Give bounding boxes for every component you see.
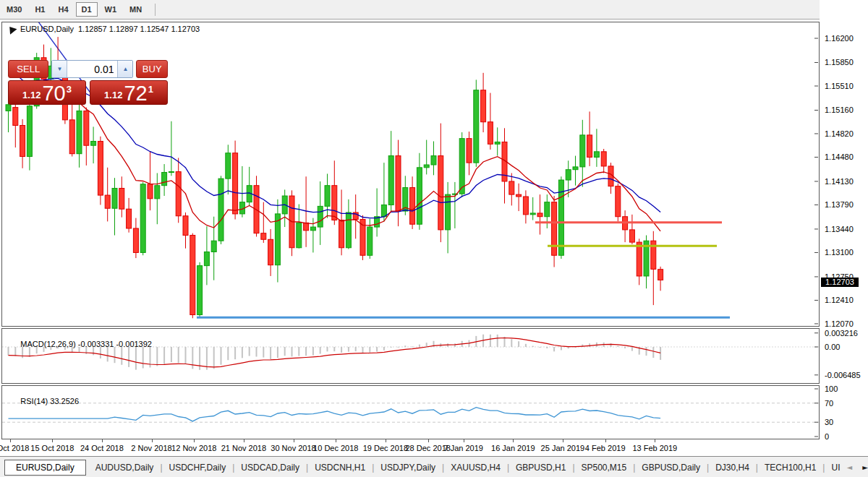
date-tick (336, 439, 336, 442)
rsi-label: RSI(14) 33.2526 (7, 388, 79, 414)
date-tick (244, 439, 244, 442)
date-tick (386, 439, 386, 442)
current-price-tag: 1.12703 (821, 278, 859, 287)
chart-tab-audusd-daily[interactable]: AUDUSD,Daily (89, 460, 161, 475)
rsi-canvas[interactable] (2, 386, 819, 439)
chart-symbol-label: EURUSD,Daily (20, 25, 74, 33)
volume-increase-button[interactable]: ▲ (117, 61, 132, 77)
price-axis-label: 1.16200 (825, 34, 854, 43)
price-axis[interactable]: 1.162001.158501.155101.151601.148201.144… (820, 0, 868, 456)
timeframe-button-w1[interactable]: W1 (99, 2, 123, 17)
price-axis-label: 1.15850 (825, 58, 854, 66)
triangle-down-icon: ▼ (57, 66, 63, 72)
sell-price-digits: 70 (42, 84, 65, 103)
date-tick (563, 439, 563, 442)
volume-stepper: ▼ ▲ (51, 60, 133, 78)
price-axis-label: 1.12410 (825, 296, 854, 304)
price-axis-label: 1.15160 (825, 106, 854, 114)
chart-marker-icon (7, 24, 17, 34)
buy-button[interactable]: BUY (136, 60, 168, 78)
rsi-axis-label: 100 (825, 384, 838, 393)
chart-tab-eurusd-daily[interactable]: EURUSD,Daily (4, 460, 86, 476)
date-tick (513, 439, 514, 442)
date-tick (655, 439, 655, 442)
rsi-indicator-panel: RSI(14) 33.2526 (1, 385, 820, 439)
timeframe-button-h4[interactable]: H4 (52, 2, 74, 17)
trading-app-window: M30H1H4D1W1MN EURUSD,Daily 1.12857 1.128… (0, 0, 868, 477)
volume-decrease-button[interactable]: ▼ (52, 61, 67, 77)
date-tick (10, 439, 11, 442)
chart-tab-usdchf-daily[interactable]: USDCHF,Daily (163, 460, 233, 475)
toolbar-separator (155, 4, 156, 16)
date-label: 13 Feb 2019 (626, 444, 684, 452)
chart-tab-gbpusd-daily[interactable]: GBPUSD,Daily (635, 460, 707, 475)
date-axis[interactable]: 5 Oct 201815 Oct 201824 Oct 20182 Nov 20… (1, 439, 820, 456)
price-axis-label: 1.12070 (825, 319, 854, 328)
tab-scroll-right-icon[interactable]: ► (862, 463, 868, 471)
chart-tab-dj30-h4[interactable]: DJ30,H4 (709, 460, 756, 475)
macd-axis-label: -0.006485 (825, 371, 861, 379)
sell-button[interactable]: SELL (8, 60, 48, 78)
date-tick (102, 439, 103, 442)
macd-axis-label: 0.003216 (825, 329, 858, 338)
chart-tab-bar: EURUSD,DailyAUDUSD,Daily|USDCHF,Daily|US… (0, 456, 868, 477)
chart-tab-usdcad-daily[interactable]: USDCAD,Daily (234, 460, 306, 475)
rsi-axis-label: 0 (825, 432, 829, 441)
sell-price-pip: 3 (67, 84, 72, 95)
date-tick (605, 439, 606, 442)
chart-title: EURUSD,Daily 1.12857 1.12897 1.12547 1.1… (7, 25, 200, 33)
price-axis-label: 1.13100 (825, 248, 854, 257)
buy-price-prefix: 1.12 (104, 88, 122, 103)
chart-tab-ui[interactable]: UI (825, 460, 846, 475)
chart-tab-sp500-m15[interactable]: SP500,M15 (575, 460, 634, 475)
date-tick (294, 439, 294, 442)
one-click-trading-panel: SELL ▼ ▲ BUY 1.12 70 3 1.12 72 1 (8, 60, 168, 105)
chart-ohlc-values: 1.12857 1.12897 1.12547 1.12703 (78, 25, 200, 33)
rsi-axis-label: 70 (825, 399, 833, 408)
date-tick (428, 439, 429, 442)
volume-input[interactable] (67, 61, 117, 77)
macd-axis-label: 0.00 (825, 343, 840, 351)
date-tick (52, 439, 53, 442)
price-axis-label: 1.13440 (825, 225, 854, 233)
date-tick (152, 439, 153, 442)
timeframe-button-mn[interactable]: MN (124, 2, 148, 17)
price-axis-label: 1.14480 (825, 152, 854, 161)
chart-tab-xauusd-h4[interactable]: XAUUSD,H4 (444, 460, 507, 475)
price-chart-panel: EURUSD,Daily 1.12857 1.12897 1.12547 1.1… (1, 22, 820, 327)
date-tick (464, 439, 464, 442)
tab-scroll-left-icon[interactable]: ◄ (846, 463, 852, 471)
timeframe-button-m30[interactable]: M30 (1, 2, 27, 17)
chart-tab-gbpusd-h1[interactable]: GBPUSD,H1 (509, 460, 572, 475)
buy-price-pip: 1 (148, 84, 153, 95)
rsi-axis-label: 30 (825, 418, 833, 426)
chart-tab-usdjpy-daily[interactable]: USDJPY,Daily (374, 460, 442, 475)
timeframe-button-d1[interactable]: D1 (76, 2, 98, 17)
date-tick (194, 439, 195, 442)
timeframe-button-h1[interactable]: H1 (29, 2, 51, 17)
buy-price-button[interactable]: 1.12 72 1 (90, 80, 168, 105)
tab-strip: EURUSD,DailyAUDUSD,Daily|USDCHF,Daily|US… (0, 460, 846, 476)
macd-label: MACD(12,26,9) -0.003331 -0.001392 (7, 331, 152, 357)
price-axis-label: 1.13790 (825, 200, 854, 209)
sell-price-button[interactable]: 1.12 70 3 (8, 80, 86, 105)
price-axis-label: 1.15510 (825, 82, 854, 90)
triangle-up-icon: ▲ (123, 66, 129, 72)
price-axis-label: 1.14130 (825, 177, 854, 186)
buy-price-digits: 72 (124, 84, 147, 103)
price-axis-label: 1.14820 (825, 129, 854, 138)
chart-tab-tech100-h1[interactable]: TECH100,H1 (758, 460, 822, 475)
chart-tab-usdcnh-h1[interactable]: USDCNH,H1 (308, 460, 372, 475)
macd-indicator-panel: MACD(12,26,9) -0.003331 -0.001392 (1, 328, 820, 384)
timeframe-toolbar: M30H1H4D1W1MN (0, 0, 868, 20)
sell-price-prefix: 1.12 (22, 88, 41, 103)
